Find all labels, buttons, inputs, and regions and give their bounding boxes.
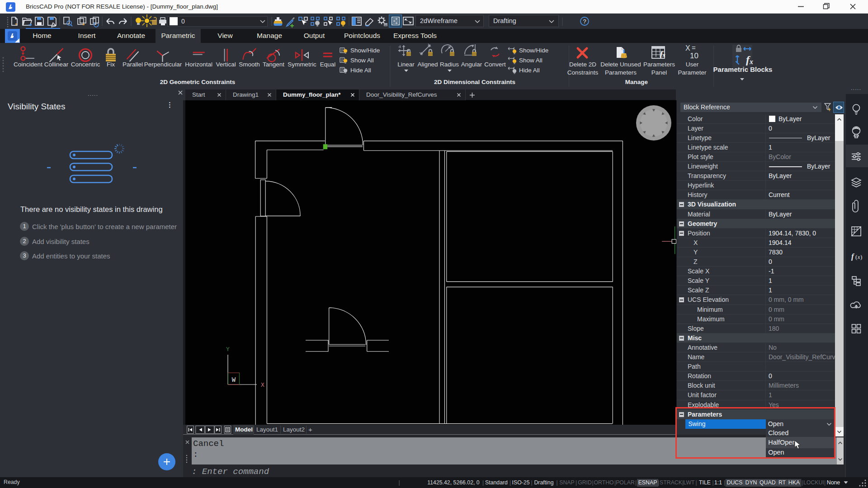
svg-text:Constraints: Constraints: [567, 69, 599, 76]
svg-text:Concentric: Concentric: [71, 61, 100, 68]
svg-text:Parameter: Parameter: [678, 69, 707, 76]
svg-text:Angular: Angular: [461, 61, 482, 68]
svg-text:Radius: Radius: [440, 61, 459, 68]
svg-text:Manage: Manage: [625, 79, 648, 85]
svg-text:Parametric Blocks: Parametric Blocks: [713, 66, 773, 73]
svg-text:Hide All: Hide All: [519, 67, 540, 74]
svg-text:Parallel: Parallel: [123, 61, 143, 68]
svg-text:User: User: [686, 61, 699, 68]
svg-text:Perpendicular: Perpendicular: [144, 61, 182, 68]
svg-text:f: f: [851, 252, 855, 261]
svg-text:Parameters: Parameters: [605, 69, 637, 76]
svg-text:Fix: Fix: [107, 61, 115, 68]
svg-text:Vertical: Vertical: [216, 61, 236, 68]
svg-text:Convert: Convert: [484, 61, 506, 68]
svg-text:Hide All: Hide All: [350, 67, 371, 74]
svg-text:Y: Y: [226, 346, 230, 353]
svg-text:X: X: [261, 382, 264, 389]
svg-text:Parameters: Parameters: [643, 61, 675, 68]
svg-text:2D Dimensional Constraints: 2D Dimensional Constraints: [434, 79, 515, 85]
svg-text:Panel: Panel: [651, 69, 667, 76]
svg-text:Show All: Show All: [350, 57, 374, 64]
svg-text:): ): [860, 253, 862, 260]
svg-text:Delete 2D: Delete 2D: [569, 61, 596, 68]
svg-text:W: W: [232, 376, 236, 384]
svg-text:Delete Unused: Delete Unused: [600, 61, 641, 68]
svg-text:2D Geometric Constraints: 2D Geometric Constraints: [160, 79, 236, 85]
svg-text:Tangent: Tangent: [263, 61, 284, 68]
svg-text:(: (: [855, 253, 857, 260]
svg-text:=: =: [692, 44, 696, 52]
svg-text:Smooth: Smooth: [239, 61, 260, 68]
svg-text:Linear: Linear: [397, 61, 415, 68]
svg-text:Symmetric: Symmetric: [288, 61, 316, 68]
svg-text:Coincident: Coincident: [14, 61, 42, 68]
svg-text:Show/Hide: Show/Hide: [350, 47, 380, 54]
svg-text:10: 10: [690, 52, 698, 60]
svg-text:Show All: Show All: [519, 57, 542, 64]
svg-text:Equal: Equal: [320, 61, 336, 68]
svg-text:X: X: [685, 44, 690, 52]
svg-text:Show/Hide: Show/Hide: [519, 47, 548, 54]
svg-text:Horizontal: Horizontal: [185, 61, 212, 68]
svg-text:?: ?: [583, 18, 586, 25]
svg-text:Collinear: Collinear: [44, 61, 69, 68]
svg-text:Aligned: Aligned: [417, 61, 438, 68]
svg-text:x: x: [857, 254, 860, 260]
